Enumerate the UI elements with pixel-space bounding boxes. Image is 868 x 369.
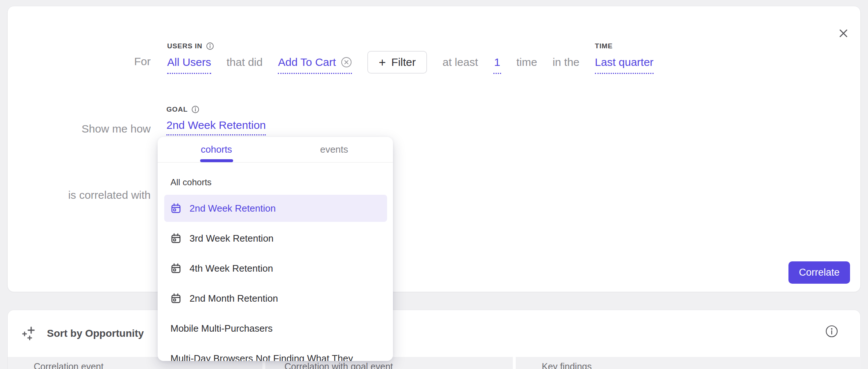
list-item-mobile-multi-purchasers[interactable]: Mobile Multi-Purchasers	[164, 315, 387, 342]
time-word-label: time	[516, 56, 537, 68]
for-label: For	[8, 55, 151, 68]
list-item-4th-week-retention[interactable]: 4th Week Retention	[164, 255, 387, 282]
show-me-how-label: Show me how	[8, 123, 151, 135]
goal-picker-dropdown: cohorts events All cohorts 2nd Week Rete…	[158, 137, 393, 361]
in-the-label: in the	[552, 56, 579, 68]
sparkles-icon	[21, 325, 37, 342]
tab-events-label: events	[320, 144, 348, 155]
goal-label: GOAL	[166, 105, 199, 113]
tab-events[interactable]: events	[275, 137, 393, 162]
calendar-icon	[170, 203, 181, 214]
cohort-list: 2nd Week Retention 3rd Week Retention	[158, 195, 393, 361]
time-label-text: TIME	[595, 42, 613, 50]
cohorts-section-label: All cohorts	[170, 177, 393, 187]
list-item-label: Mobile Multi-Purchasers	[170, 323, 273, 334]
users-in-label: USERS IN	[167, 42, 214, 50]
list-item-label: 3rd Week Retention	[190, 233, 273, 244]
results-panel: Sort by Opportunity Correlation event Co…	[7, 310, 861, 369]
calendar-icon	[170, 293, 181, 304]
results-table-header: Correlation event Correlation with goal …	[8, 357, 861, 369]
list-item-label: 2nd Month Retention	[190, 293, 278, 304]
info-icon[interactable]	[206, 42, 214, 50]
plus-icon: +	[379, 56, 386, 68]
list-item-label: 2nd Week Retention	[190, 203, 276, 214]
at-least-label: at least	[442, 56, 478, 68]
remove-event-icon[interactable]	[341, 57, 352, 68]
all-users-value: All Users	[167, 56, 211, 68]
info-icon	[825, 325, 838, 338]
correlate-button[interactable]: Correlate	[788, 261, 850, 284]
list-item-label: 4th Week Retention	[190, 263, 273, 274]
active-tab-indicator	[200, 159, 233, 162]
that-did-label: that did	[227, 56, 262, 68]
is-correlated-with-label: is correlated with	[8, 189, 151, 201]
add-filter-button[interactable]: + Filter	[367, 51, 427, 74]
dropdown-tabs: cohorts events	[158, 137, 393, 163]
calendar-icon	[170, 263, 181, 274]
close-button[interactable]	[833, 23, 854, 44]
event-selector[interactable]: Add To Cart	[278, 56, 352, 74]
sort-bar: Sort by Opportunity	[8, 310, 860, 357]
list-item-3rd-week-retention[interactable]: 3rd Week Retention	[164, 225, 387, 252]
goal-selector[interactable]: GOAL 2nd Week Retention	[166, 119, 266, 135]
date-range-selector[interactable]: TIME Last quarter	[595, 56, 654, 74]
tab-cohorts[interactable]: cohorts	[158, 137, 275, 162]
users-in-selector[interactable]: USERS IN All Users	[167, 56, 211, 74]
calendar-icon	[170, 233, 181, 244]
close-icon	[837, 27, 850, 40]
query-sentence-row: USERS IN All Users that did Add To Cart …	[167, 51, 654, 74]
count-selector[interactable]: 1	[493, 56, 501, 74]
correlation-query-card: For USERS IN All Users that did Add To C…	[7, 6, 861, 292]
list-item-label: Multi-Day Browsers Not Finding What They	[170, 353, 353, 361]
tab-cohorts-label: cohorts	[201, 144, 232, 155]
panel-info-button[interactable]	[824, 324, 839, 339]
count-value: 1	[494, 56, 500, 68]
time-label: TIME	[595, 42, 613, 50]
goal-label-text: GOAL	[166, 105, 188, 113]
goal-value: 2nd Week Retention	[166, 119, 266, 131]
list-item-multi-day-browsers[interactable]: Multi-Day Browsers Not Finding What They	[164, 345, 387, 361]
column-header-key-findings[interactable]: Key findings	[516, 357, 861, 369]
date-range-value: Last quarter	[595, 56, 654, 68]
list-item-2nd-week-retention[interactable]: 2nd Week Retention	[164, 195, 387, 222]
filter-button-label: Filter	[391, 56, 416, 68]
list-item-2nd-month-retention[interactable]: 2nd Month Retention	[164, 285, 387, 312]
info-icon[interactable]	[191, 105, 199, 113]
sort-by-opportunity-label[interactable]: Sort by Opportunity	[47, 328, 144, 339]
users-in-label-text: USERS IN	[167, 42, 202, 50]
event-value: Add To Cart	[278, 56, 336, 68]
